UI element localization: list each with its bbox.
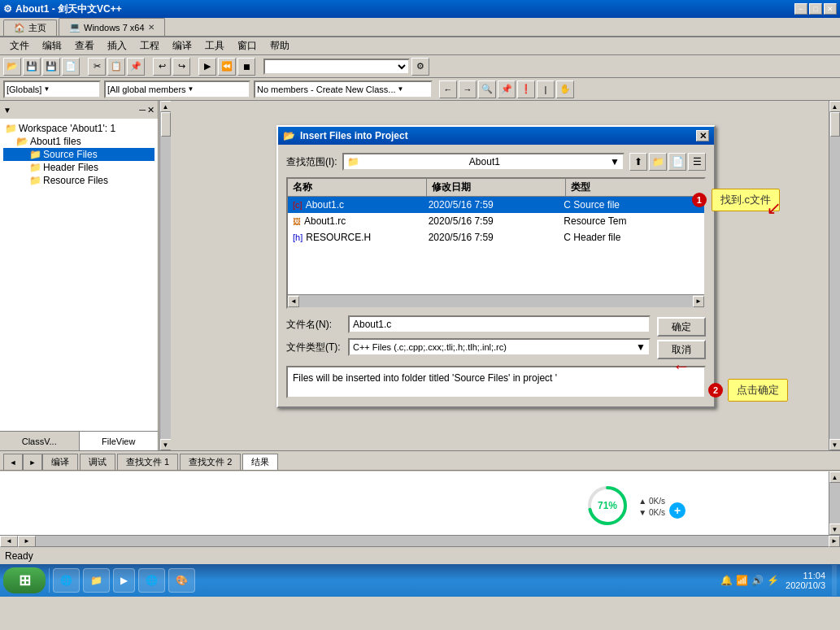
file-row-0[interactable]: [c] About1.c 2020/5/16 7:59 C Source fil… (288, 197, 704, 213)
menu-help[interactable]: 帮助 (263, 37, 296, 54)
taskbar-media[interactable]: ▶ (113, 568, 135, 593)
globals-combo[interactable]: [Globals] ▼ (3, 80, 101, 98)
output-vscrollbar[interactable]: ▲ ▼ (829, 471, 840, 535)
taskbar-ie2[interactable]: 🌐 (138, 568, 165, 593)
taskbar-folder[interactable]: 📁 (83, 568, 110, 593)
scroll-thumb[interactable] (161, 112, 171, 137)
file-row-1[interactable]: 🖼 About1.rc 2020/5/16 7:59 Resource Tem (288, 213, 704, 229)
btn-build[interactable]: ▶ (198, 58, 216, 76)
menu-edit[interactable]: 编辑 (36, 37, 68, 54)
scroll-up-btn[interactable]: ▲ (160, 101, 172, 112)
btn-rebuild[interactable]: ⏪ (218, 58, 236, 76)
btn-save[interactable]: 💾 (23, 58, 41, 76)
btn-hand[interactable]: ✋ (556, 80, 574, 98)
resource-files-item[interactable]: 📁 Resource Files (3, 174, 155, 187)
up-speed: ▲ 0K/s (638, 496, 665, 507)
taskbar-app[interactable]: 🎨 (168, 568, 195, 593)
look-in-combo[interactable]: 📁 About1 ▼ (342, 153, 625, 171)
tab-home[interactable]: 🏠 主页 (3, 20, 57, 36)
menu-build[interactable]: 编译 (166, 37, 198, 54)
btn-saveall[interactable]: 📄 (62, 58, 80, 76)
btn-redo[interactable]: ↪ (172, 58, 190, 76)
hscroll-right-main[interactable]: ► (18, 536, 36, 547)
btn-nav-fwd[interactable]: → (459, 80, 477, 98)
btn-paste[interactable]: 📌 (127, 58, 145, 76)
taskbar-ie[interactable]: 🌐 (53, 568, 80, 593)
classview-tab[interactable]: ClassV... (0, 432, 80, 450)
workspace-item[interactable]: 📁 Workspace 'About1': 1 (3, 122, 155, 135)
system-clock[interactable]: 11:04 2020/10/3 (786, 571, 825, 590)
filename-input[interactable] (348, 315, 651, 333)
show-desktop-btn[interactable] (832, 565, 837, 596)
btn-copy[interactable]: 📋 (107, 58, 125, 76)
btn-stop[interactable]: ⏹ (237, 58, 255, 76)
start-button[interactable]: ⊞ (3, 567, 46, 593)
bottom-next-btn[interactable]: ► (23, 454, 42, 470)
members-combo[interactable]: [All global members ▼ (104, 80, 250, 98)
col-type[interactable]: 类型 (566, 179, 704, 196)
plus-button[interactable]: + (669, 502, 685, 519)
nav-new-btn[interactable]: 📄 (668, 153, 686, 171)
dialog-close-button[interactable]: ✕ (696, 130, 709, 141)
btn-save2[interactable]: 💾 (42, 58, 60, 76)
menu-file[interactable]: 文件 (3, 37, 36, 54)
menu-tools[interactable]: 工具 (198, 37, 231, 54)
btn-cut[interactable]: ✂ (88, 58, 106, 76)
sidebar-scrollbar[interactable]: ▲ ▼ (159, 101, 171, 450)
btn-nav-back[interactable]: ← (439, 80, 457, 98)
nav-up-btn[interactable]: ⬆ (629, 153, 647, 171)
bottom-prev-btn[interactable]: ◄ (3, 454, 23, 470)
nav-view-btn[interactable]: ☰ (688, 153, 706, 171)
main-vscrollbar[interactable]: ▲ ▼ (829, 101, 840, 450)
bottom-tab-build[interactable]: 编译 (42, 454, 78, 470)
minimize-button[interactable]: − (794, 3, 807, 15)
col-name[interactable]: 名称 (288, 179, 427, 196)
main-scroll-down[interactable]: ▼ (829, 439, 841, 450)
bottom-tab-find2[interactable]: 查找文件 2 (180, 454, 241, 470)
maximize-button[interactable]: □ (809, 3, 822, 15)
btn-exclaim[interactable]: ❗ (517, 80, 535, 98)
ie2-icon: 🌐 (146, 575, 158, 586)
hscroll-right-btn[interactable]: ► (693, 296, 704, 307)
header-files-item[interactable]: 📁 Header Files (3, 161, 155, 174)
output-scroll-down[interactable]: ▼ (829, 524, 841, 535)
btn-pipe[interactable]: | (537, 80, 555, 98)
menu-window[interactable]: 窗口 (231, 37, 263, 54)
toolbar-nav: [Globals] ▼ [All global members ▼ No mem… (0, 78, 840, 101)
file-row-2[interactable]: [h] RESOURCE.H 2020/5/16 7:59 C Header f… (288, 229, 704, 245)
output-scroll-up[interactable]: ▲ (829, 471, 841, 483)
menu-insert[interactable]: 插入 (101, 37, 133, 54)
btn-mark[interactable]: 📌 (498, 80, 516, 98)
btn-open[interactable]: 📂 (3, 58, 21, 76)
col-date[interactable]: 修改日期 (427, 179, 566, 196)
project-item[interactable]: 📂 About1 files (3, 135, 155, 148)
main-hscrollbar[interactable]: ◄ ► ► (0, 535, 840, 546)
menu-view[interactable]: 查看 (68, 37, 101, 54)
btn-search[interactable]: 🔍 (478, 80, 496, 98)
tab-close-icon[interactable]: ✕ (148, 23, 155, 32)
hscroll-left-main[interactable]: ◄ (0, 536, 18, 547)
main-scroll-thumb[interactable] (830, 112, 840, 137)
bottom-tab-result[interactable]: 结果 (242, 454, 278, 470)
tab-win7[interactable]: 💻 Windows 7 x64 ✕ (59, 18, 165, 36)
hscroll-left-btn[interactable]: ◄ (288, 296, 299, 307)
bottom-tab-find1[interactable]: 查找文件 1 (117, 454, 178, 470)
config-select[interactable] (263, 59, 410, 75)
fileview-tab[interactable]: FileView (80, 432, 159, 450)
btn-config[interactable]: ⚙ (411, 58, 429, 76)
ok-button[interactable]: 确定 (657, 317, 706, 337)
bottom-tab-debug[interactable]: 调试 (80, 454, 115, 470)
file-list-hscroll[interactable]: ◄ ► (288, 294, 704, 307)
nav-folder-btn[interactable]: 📁 (649, 153, 667, 171)
btn-undo[interactable]: ↩ (153, 58, 171, 76)
scroll-down-btn[interactable]: ▼ (160, 439, 172, 450)
sidebar-close-btn[interactable]: ✕ (147, 105, 155, 115)
filetype-combo[interactable]: C++ Files (.c;.cpp;.cxx;.tli;.h;.tlh;.in… (348, 338, 651, 356)
close-button[interactable]: ✕ (824, 3, 837, 15)
main-scroll-up[interactable]: ▲ (829, 101, 841, 112)
menu-project[interactable]: 工程 (133, 37, 166, 54)
hscroll-end-main[interactable]: ► (829, 536, 840, 547)
source-files-item[interactable]: 📁 Source Files (3, 148, 155, 161)
class-combo[interactable]: No members - Create New Class... ▼ (254, 80, 433, 98)
sidebar-min-btn[interactable]: ─ (139, 105, 146, 115)
